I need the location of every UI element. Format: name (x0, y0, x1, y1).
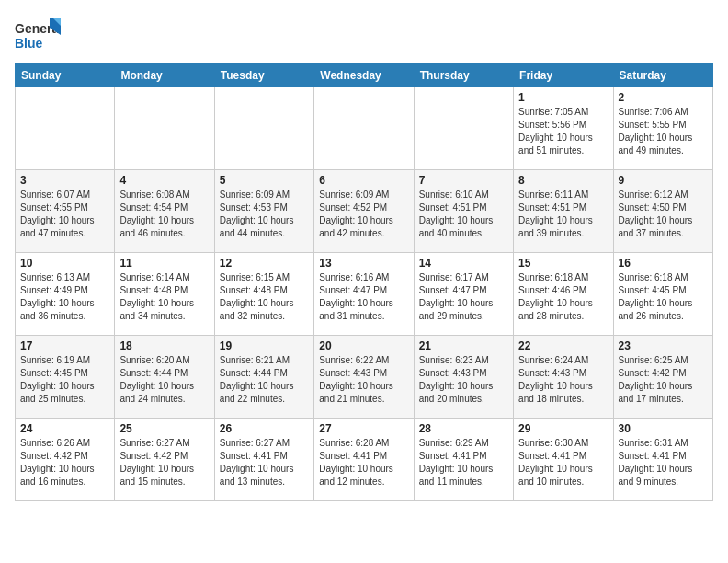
calendar-cell: 12Sunrise: 6:15 AM Sunset: 4:48 PM Dayli… (214, 253, 313, 336)
calendar-week-4: 17Sunrise: 6:19 AM Sunset: 4:45 PM Dayli… (16, 336, 713, 419)
day-info: Sunrise: 6:14 AM Sunset: 4:48 PM Dayligh… (119, 271, 209, 323)
calendar-cell (214, 87, 313, 170)
day-number: 20 (319, 339, 408, 352)
day-number: 19 (220, 339, 309, 352)
day-number: 18 (119, 339, 209, 352)
day-number: 23 (619, 339, 708, 352)
day-number: 26 (220, 422, 309, 435)
day-info: Sunrise: 6:25 AM Sunset: 4:42 PM Dayligh… (619, 354, 708, 406)
weekday-header-friday: Friday (514, 64, 613, 87)
calendar-cell (314, 87, 414, 170)
day-info: Sunrise: 6:24 AM Sunset: 4:43 PM Dayligh… (518, 354, 608, 406)
day-number: 10 (20, 257, 109, 270)
calendar-cell: 26Sunrise: 6:27 AM Sunset: 4:41 PM Dayli… (214, 419, 313, 501)
calendar-cell: 9Sunrise: 6:12 AM Sunset: 4:50 PM Daylig… (613, 170, 712, 253)
weekday-header-saturday: Saturday (613, 64, 712, 87)
calendar-cell (115, 87, 214, 170)
day-number: 12 (220, 257, 309, 270)
day-info: Sunrise: 6:30 AM Sunset: 4:41 PM Dayligh… (518, 437, 608, 488)
day-info: Sunrise: 6:13 AM Sunset: 4:49 PM Dayligh… (20, 271, 109, 323)
calendar-cell: 22Sunrise: 6:24 AM Sunset: 4:43 PM Dayli… (514, 336, 613, 419)
calendar-cell: 18Sunrise: 6:20 AM Sunset: 4:44 PM Dayli… (115, 336, 214, 419)
calendar-cell: 4Sunrise: 6:08 AM Sunset: 4:54 PM Daylig… (115, 170, 214, 253)
calendar-week-3: 10Sunrise: 6:13 AM Sunset: 4:49 PM Dayli… (16, 253, 713, 336)
calendar-cell: 13Sunrise: 6:16 AM Sunset: 4:47 PM Dayli… (314, 253, 414, 336)
calendar-cell: 19Sunrise: 6:21 AM Sunset: 4:44 PM Dayli… (214, 336, 313, 419)
day-info: Sunrise: 6:08 AM Sunset: 4:54 PM Dayligh… (119, 189, 209, 240)
day-number: 9 (619, 174, 708, 187)
weekday-header-tuesday: Tuesday (214, 64, 313, 87)
day-info: Sunrise: 6:09 AM Sunset: 4:53 PM Dayligh… (220, 189, 309, 240)
day-number: 1 (518, 91, 608, 104)
day-info: Sunrise: 6:17 AM Sunset: 4:47 PM Dayligh… (419, 271, 508, 323)
calendar-body: 1Sunrise: 7:05 AM Sunset: 5:56 PM Daylig… (16, 87, 713, 501)
day-info: Sunrise: 6:26 AM Sunset: 4:42 PM Dayligh… (20, 437, 109, 488)
day-number: 21 (419, 339, 508, 352)
header: GeneralBlue (15, 15, 713, 56)
calendar-cell: 21Sunrise: 6:23 AM Sunset: 4:43 PM Dayli… (414, 336, 513, 419)
day-number: 28 (419, 422, 508, 435)
day-number: 7 (419, 174, 508, 187)
calendar-cell: 16Sunrise: 6:18 AM Sunset: 4:45 PM Dayli… (613, 253, 712, 336)
day-info: Sunrise: 6:21 AM Sunset: 4:44 PM Dayligh… (220, 354, 309, 406)
day-info: Sunrise: 6:10 AM Sunset: 4:51 PM Dayligh… (419, 189, 508, 240)
calendar-cell: 2Sunrise: 7:06 AM Sunset: 5:55 PM Daylig… (613, 87, 712, 170)
weekday-header-monday: Monday (115, 64, 214, 87)
calendar-cell: 7Sunrise: 6:10 AM Sunset: 4:51 PM Daylig… (414, 170, 513, 253)
day-info: Sunrise: 6:19 AM Sunset: 4:45 PM Dayligh… (20, 354, 109, 406)
day-number: 27 (319, 422, 408, 435)
calendar-cell: 1Sunrise: 7:05 AM Sunset: 5:56 PM Daylig… (514, 87, 613, 170)
calendar-cell: 14Sunrise: 6:17 AM Sunset: 4:47 PM Dayli… (414, 253, 513, 336)
calendar: SundayMondayTuesdayWednesdayThursdayFrid… (15, 63, 713, 501)
calendar-cell: 6Sunrise: 6:09 AM Sunset: 4:52 PM Daylig… (314, 170, 414, 253)
weekday-header-thursday: Thursday (414, 64, 513, 87)
day-number: 8 (518, 174, 608, 187)
day-info: Sunrise: 6:23 AM Sunset: 4:43 PM Dayligh… (419, 354, 508, 406)
calendar-cell: 28Sunrise: 6:29 AM Sunset: 4:41 PM Dayli… (414, 419, 513, 501)
day-number: 11 (119, 257, 209, 270)
day-info: Sunrise: 6:12 AM Sunset: 4:50 PM Dayligh… (619, 189, 708, 240)
day-info: Sunrise: 6:16 AM Sunset: 4:47 PM Dayligh… (319, 271, 408, 323)
day-info: Sunrise: 6:11 AM Sunset: 4:51 PM Dayligh… (518, 189, 608, 240)
calendar-cell: 23Sunrise: 6:25 AM Sunset: 4:42 PM Dayli… (613, 336, 712, 419)
day-info: Sunrise: 6:20 AM Sunset: 4:44 PM Dayligh… (119, 354, 209, 406)
day-number: 15 (518, 257, 608, 270)
calendar-cell (16, 87, 115, 170)
day-info: Sunrise: 6:28 AM Sunset: 4:41 PM Dayligh… (319, 437, 408, 488)
calendar-week-1: 1Sunrise: 7:05 AM Sunset: 5:56 PM Daylig… (16, 87, 713, 170)
calendar-cell: 10Sunrise: 6:13 AM Sunset: 4:49 PM Dayli… (16, 253, 115, 336)
day-number: 13 (319, 257, 408, 270)
day-info: Sunrise: 6:29 AM Sunset: 4:41 PM Dayligh… (419, 437, 508, 488)
calendar-cell: 29Sunrise: 6:30 AM Sunset: 4:41 PM Dayli… (514, 419, 613, 501)
day-info: Sunrise: 6:31 AM Sunset: 4:41 PM Dayligh… (619, 437, 708, 488)
day-number: 6 (319, 174, 408, 187)
day-info: Sunrise: 6:27 AM Sunset: 4:42 PM Dayligh… (119, 437, 209, 488)
calendar-cell: 24Sunrise: 6:26 AM Sunset: 4:42 PM Dayli… (16, 419, 115, 501)
day-info: Sunrise: 6:18 AM Sunset: 4:46 PM Dayligh… (518, 271, 608, 323)
day-number: 16 (619, 257, 708, 270)
logo: GeneralBlue (15, 15, 61, 56)
day-number: 14 (419, 257, 508, 270)
weekday-header-row: SundayMondayTuesdayWednesdayThursdayFrid… (16, 64, 713, 87)
day-info: Sunrise: 6:15 AM Sunset: 4:48 PM Dayligh… (220, 271, 309, 323)
day-info: Sunrise: 6:18 AM Sunset: 4:45 PM Dayligh… (619, 271, 708, 323)
day-info: Sunrise: 7:06 AM Sunset: 5:55 PM Dayligh… (619, 106, 708, 157)
day-number: 4 (119, 174, 209, 187)
weekday-header-sunday: Sunday (16, 64, 115, 87)
calendar-cell: 20Sunrise: 6:22 AM Sunset: 4:43 PM Dayli… (314, 336, 414, 419)
calendar-cell: 25Sunrise: 6:27 AM Sunset: 4:42 PM Dayli… (115, 419, 214, 501)
day-number: 29 (518, 422, 608, 435)
calendar-cell: 15Sunrise: 6:18 AM Sunset: 4:46 PM Dayli… (514, 253, 613, 336)
calendar-week-5: 24Sunrise: 6:26 AM Sunset: 4:42 PM Dayli… (16, 419, 713, 501)
day-number: 2 (619, 91, 708, 104)
calendar-cell: 27Sunrise: 6:28 AM Sunset: 4:41 PM Dayli… (314, 419, 414, 501)
calendar-cell: 3Sunrise: 6:07 AM Sunset: 4:55 PM Daylig… (16, 170, 115, 253)
day-number: 25 (119, 422, 209, 435)
calendar-cell: 5Sunrise: 6:09 AM Sunset: 4:53 PM Daylig… (214, 170, 313, 253)
calendar-cell: 8Sunrise: 6:11 AM Sunset: 4:51 PM Daylig… (514, 170, 613, 253)
day-info: Sunrise: 6:27 AM Sunset: 4:41 PM Dayligh… (220, 437, 309, 488)
day-info: Sunrise: 7:05 AM Sunset: 5:56 PM Dayligh… (518, 106, 608, 157)
weekday-header-wednesday: Wednesday (314, 64, 414, 87)
day-info: Sunrise: 6:09 AM Sunset: 4:52 PM Dayligh… (319, 189, 408, 240)
day-number: 24 (20, 422, 109, 435)
